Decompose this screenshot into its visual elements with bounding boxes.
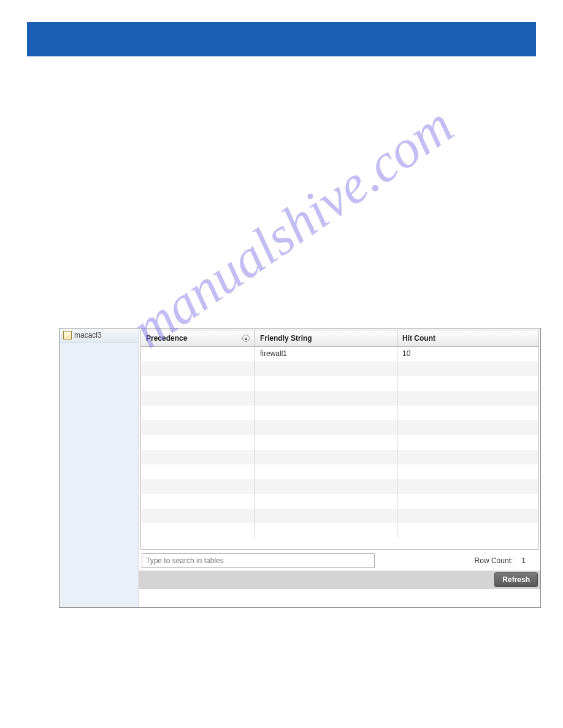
grid-header: Precedence ▲ Friendly String Hit Count — [141, 330, 538, 347]
top-banner — [27, 22, 536, 56]
col-hit-count[interactable]: Hit Count — [397, 330, 538, 346]
grid-rows: firewall1 10 — [141, 347, 538, 549]
footer-bar: Refresh — [139, 571, 540, 589]
col-precedence[interactable]: Precedence ▲ — [141, 330, 255, 346]
sort-asc-icon: ▲ — [242, 335, 250, 342]
table-row — [141, 464, 538, 479]
sidebar: macacl3 — [59, 328, 139, 607]
refresh-button[interactable]: Refresh — [494, 572, 538, 587]
cell-precedence — [141, 347, 255, 362]
main-area: Precedence ▲ Friendly String Hit Count f… — [139, 328, 540, 607]
table-row[interactable]: firewall1 10 — [141, 347, 538, 362]
table-row — [141, 435, 538, 450]
col-precedence-label: Precedence — [146, 334, 187, 343]
acl-icon — [63, 331, 72, 339]
search-input[interactable] — [142, 553, 375, 568]
col-friendly-string[interactable]: Friendly String — [255, 330, 397, 346]
app-frame: macacl3 Precedence ▲ Friendly String Hit… — [59, 328, 541, 608]
cell-hit: 10 — [397, 347, 538, 362]
table-row — [141, 362, 538, 376]
search-row: Row Count: 1 — [139, 551, 540, 571]
table-row — [141, 391, 538, 406]
table-row — [141, 523, 538, 538]
cell-friendly: firewall1 — [255, 347, 397, 362]
data-grid: Precedence ▲ Friendly String Hit Count f… — [140, 330, 539, 550]
col-hit-label: Hit Count — [402, 334, 435, 343]
row-count-value: 1 — [521, 556, 526, 565]
row-count-label: Row Count: — [475, 556, 513, 565]
table-row — [141, 479, 538, 494]
watermark-text: manualshive.com — [121, 94, 464, 360]
table-row — [141, 420, 538, 435]
table-row — [141, 450, 538, 464]
sidebar-item-macacl3[interactable]: macacl3 — [59, 328, 139, 343]
table-row — [141, 406, 538, 420]
sidebar-fill — [59, 343, 139, 607]
table-row — [141, 376, 538, 391]
sidebar-item-label: macacl3 — [74, 331, 102, 339]
table-row — [141, 509, 538, 523]
col-friendly-label: Friendly String — [260, 334, 312, 343]
table-row — [141, 494, 538, 509]
